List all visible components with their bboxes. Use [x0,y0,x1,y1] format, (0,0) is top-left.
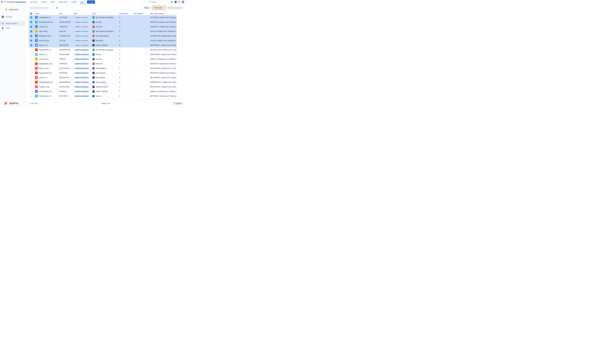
lead-avatar: P [92,63,95,65]
page-indicator: Page 1 of 6 [102,103,110,104]
column-header-style[interactable]: Style [73,13,91,15]
project-search[interactable]: ✕ [29,6,59,10]
row-checkbox[interactable] [30,26,32,28]
table-row[interactable]: ◎ Marketing Team v2 AEOTLOQTFG COMPANY M… [29,20,176,24]
issue-type-scheme: BHWSUMRN: Simple Issue Trackin... [149,53,176,55]
style-badge: COMPANY MANAGED [74,86,89,88]
settings-gear-icon[interactable]: ⚙ [178,1,180,3]
back-arrow-icon [1,16,4,18]
project-search-input[interactable] [30,7,56,9]
table-row[interactable]: ☎ Apoju & Co. BDPIORCRL COMPANY MANAGED … [29,43,176,47]
lead-name: jane.rotanson [96,72,106,74]
table-row[interactable]: ◉ Uletefojakukig Ltd. BMBNFBSVKZ COMPANY… [29,80,176,84]
previous-page-arrow[interactable]: ← [97,102,98,104]
sort-icon [63,13,64,14]
review-changes-button[interactable]: Review changes [167,6,183,10]
bulk-action-button[interactable]: Bulk action [152,6,166,10]
nav-filters[interactable]: Filters [49,0,57,4]
row-checkbox[interactable] [30,54,32,55]
project-key: BKNPDDT [59,63,73,65]
table-row[interactable]: ⚑ Agfo Group ASULSF COMPANY MANAGED BW B… [29,29,176,34]
row-checkbox[interactable] [30,81,32,83]
row-checkbox[interactable] [30,21,32,23]
select-all-checkbox[interactable] [30,13,32,15]
row-checkbox[interactable] [30,67,32,69]
nav-people[interactable]: People [70,0,79,4]
table-row[interactable]: ☁ Tuthooj Ltd. ASOEGYA COMPANY MANAGED P… [29,24,176,29]
row-checkbox[interactable] [30,91,32,92]
row-checkbox[interactable] [30,44,32,46]
table-row[interactable]: ☻ Zafuczi Inc. BHWSUMRN COMPANY MANAGED … [29,52,176,57]
next-page-arrow[interactable]: → [113,102,115,104]
style-badge: COMPANY MANAGED [74,58,89,60]
row-checkbox[interactable] [30,86,32,88]
notifications-icon[interactable] [171,1,173,3]
global-search[interactable] [148,0,169,3]
row-checkbox[interactable] [30,63,32,65]
project-key: ASULSF [59,30,73,32]
table-row[interactable]: ▤ Nelgutagaful Corp. BKNPDDT COMPANY MAN… [29,61,176,66]
help-icon[interactable]: ? [175,1,177,3]
style-badge: COMPANY MANAGED [74,63,89,65]
column-header-lead[interactable]: Lead [91,13,118,15]
issue-type-scheme: ACTDGZG: Simple Issue Tracking I... [149,16,176,18]
view-button[interactable]: View [143,6,151,10]
app-switcher-icon[interactable] [0,0,4,4]
last-updated: - [132,95,149,97]
row-checkbox[interactable] [30,31,32,32]
row-checkbox[interactable] [30,49,32,51]
table-row[interactable]: ☁ Kihujlufuw Corp. AUTMOVYGS COMPANY MAN… [29,34,176,38]
table-row[interactable]: ▲ Juupobejani Inc. ACTDGZG COMPANY MANAG… [29,15,176,20]
create-button[interactable]: Create [87,0,95,4]
lead-name: fran.perez [96,39,103,41]
project-name: Tujifunekbel Ltd. [39,49,51,51]
project-avatar-icon: ⚒ [35,67,38,70]
go-back-button[interactable]: Go back [0,15,25,19]
sidebar-item-active-projects[interactable]: Active Projects [0,21,25,26]
table-row[interactable]: ◉ Tujifunekbel Ltd. BGJORMYROI COMPANY M… [29,47,176,52]
row-checkbox[interactable] [30,40,32,41]
jira-home-link[interactable]: Jira Work Management [4,1,26,3]
folder-icon [1,23,4,24]
row-checkbox[interactable] [30,95,32,97]
table-body: ▲ Juupobejani Inc. ACTDGZG COMPANY MANAG… [29,15,176,98]
lead-name: phan.kim [96,63,103,65]
user-avatar[interactable]: JR [182,1,184,3]
table-row[interactable]: ⚒ Hovzu Group BKPGVHNLB COMPANY MANAGED … [29,66,176,71]
row-checkbox[interactable] [30,72,32,74]
search-icon [149,1,151,3]
row-checkbox[interactable] [30,77,32,78]
row-checkbox[interactable] [30,17,32,18]
main-content: ✕ View Bulk action Review changes Name K… [25,4,186,107]
column-header-key[interactable]: Key [59,13,73,15]
nav-apps[interactable]: Apps [79,0,86,4]
column-header-last-updated[interactable]: Last Updated [132,13,149,15]
table-row[interactable]: ▥ Jinaceara Inc. BIRKIVX COMPANY MANAGED… [29,57,176,61]
export-button[interactable]: Export [172,102,183,105]
table-row[interactable]: ⚒ Josjanro Corp. BNVSKAYOIL COMPANY MANA… [29,84,176,89]
lead-name: eva.lien [96,21,102,23]
issue-count: 0 [118,81,132,83]
global-search-input[interactable] [152,1,167,3]
column-header-issue-type-scheme[interactable]: Issue Type Scheme [149,13,176,15]
nav-dashboards[interactable]: Dashboards [57,0,70,4]
row-checkbox[interactable] [30,58,32,60]
table-row[interactable]: ≡ Jebiz & Co. BKZZJHPPK COMPANY MANAGED … [29,75,176,80]
column-header-name[interactable]: Name [34,13,59,15]
style-badge: COMPANY MANAGED [74,91,89,92]
nav-your-work[interactable]: Your work [29,0,40,4]
style-badge: COMPANY MANAGED [74,44,89,46]
project-name: Jebiz & Co. [39,77,48,78]
table-row[interactable]: ☕ Fiheluohvuc Ltd. BPTVEPW COMPANY MANAG… [29,94,176,98]
sidebar-item-trash[interactable]: Trash [0,26,25,30]
table-row[interactable]: ◔ Vensazofojku Ltd. BOMKUB COMPANY MANAG… [29,89,176,94]
nav-projects[interactable]: Projects [40,0,49,4]
column-header-issue-count[interactable]: Issue Count [118,13,132,15]
export-upload-icon [174,103,176,104]
table-row[interactable]: ☁ Susiok Group AYLFJR COMPANY MANAGED F … [29,38,176,43]
clear-search-icon[interactable]: ✕ [56,7,58,9]
project-key: BKSTRXQ [59,72,73,74]
lead-name: Ben Warwick-Champion [96,49,114,51]
table-row[interactable]: ▤ Etamubazjod Ltd. BKSTRXQ COMPANY MANAG… [29,71,176,75]
row-checkbox[interactable] [30,35,32,37]
